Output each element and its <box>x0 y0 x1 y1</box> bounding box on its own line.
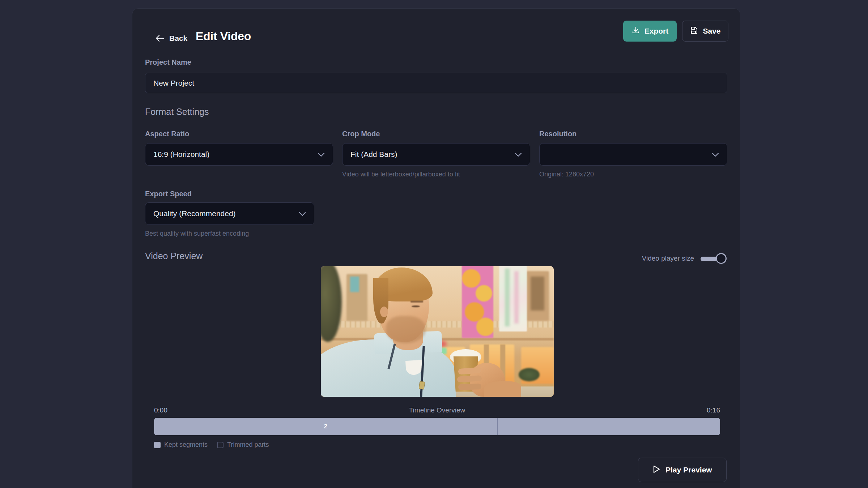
crop-mode-label: Crop Mode <box>342 130 380 138</box>
trimmed-swatch-icon <box>217 442 224 448</box>
crop-mode-helper: Video will be letterboxed/pillarboxed to… <box>342 171 460 178</box>
chevron-down-icon <box>712 150 719 159</box>
timeline-overview-bar[interactable]: 2 <box>154 418 720 435</box>
zipper-pull <box>418 381 425 390</box>
legend-trimmed-parts: Trimmed parts <box>217 441 269 449</box>
project-name-label: Project Name <box>145 58 191 67</box>
back-button[interactable]: Back <box>155 34 187 43</box>
play-icon <box>652 465 660 475</box>
aspect-ratio-value: 16:9 (Horizontal) <box>153 150 209 159</box>
export-speed-select[interactable]: Quality (Recommended) <box>145 202 314 225</box>
aspect-ratio-label: Aspect Ratio <box>145 130 189 138</box>
timeline-title: Timeline Overview <box>409 406 465 414</box>
save-label: Save <box>703 27 720 35</box>
chevron-down-icon <box>299 209 306 218</box>
aspect-ratio-select[interactable]: 16:9 (Horizontal) <box>145 143 333 166</box>
slider-thumb[interactable] <box>716 253 727 264</box>
export-speed-value: Quality (Recommended) <box>153 209 236 218</box>
resolution-label: Resolution <box>539 130 576 138</box>
floppy-disk-icon <box>690 26 698 37</box>
video-preview-player[interactable] <box>321 266 554 397</box>
page-title: Edit Video <box>196 30 251 43</box>
timeline-segment[interactable]: 2 <box>154 418 497 435</box>
banner-pattern <box>514 271 519 324</box>
play-preview-label: Play Preview <box>665 466 712 474</box>
save-button[interactable]: Save <box>682 21 728 42</box>
export-button[interactable]: Export <box>623 21 677 42</box>
timeline-end-time: 0:16 <box>707 406 720 414</box>
export-label: Export <box>644 27 669 35</box>
legend-kept-segments: Kept segments <box>154 441 208 449</box>
banner-pattern <box>505 269 510 326</box>
pink-banner <box>462 266 493 338</box>
pastel-banner <box>499 266 527 331</box>
player-size-label: Video player size <box>642 254 694 262</box>
download-icon <box>631 26 640 37</box>
beard <box>386 316 425 343</box>
window-shutter <box>350 277 359 292</box>
timeline-start-time: 0:00 <box>154 406 167 414</box>
resolution-select[interactable] <box>539 143 727 166</box>
crop-mode-value: Fit (Add Bars) <box>350 150 397 159</box>
legend-trimmed-label: Trimmed parts <box>227 441 269 449</box>
export-speed-label: Export Speed <box>145 190 192 198</box>
window-recess <box>531 277 545 311</box>
crop-mode-select[interactable]: Fit (Add Bars) <box>342 143 530 166</box>
play-preview-button[interactable]: Play Preview <box>638 458 727 482</box>
timeline-legend: Kept segments Trimmed parts <box>154 441 269 449</box>
eyebrow <box>410 301 423 303</box>
timeline-segment[interactable] <box>497 418 720 435</box>
chevron-down-icon <box>318 150 325 159</box>
segment-label: 2 <box>324 423 327 430</box>
player-size-slider[interactable] <box>701 253 727 264</box>
arrow-left-icon <box>155 34 164 42</box>
resolution-helper: Original: 1280x720 <box>539 171 594 178</box>
forearm <box>484 381 521 397</box>
back-label: Back <box>169 34 187 43</box>
legend-kept-label: Kept segments <box>164 441 208 449</box>
edit-video-panel: Back Edit Video Export Save Project Name… <box>132 8 740 488</box>
plant <box>519 368 540 381</box>
video-preview-title: Video Preview <box>145 251 203 261</box>
project-name-value: New Project <box>153 79 194 87</box>
export-speed-helper: Best quality with superfast encoding <box>145 230 249 237</box>
finger <box>458 384 482 390</box>
chevron-down-icon <box>515 150 522 159</box>
project-name-input[interactable]: New Project <box>145 73 727 93</box>
kept-swatch-icon <box>154 442 161 448</box>
format-settings-title: Format Settings <box>145 107 209 117</box>
